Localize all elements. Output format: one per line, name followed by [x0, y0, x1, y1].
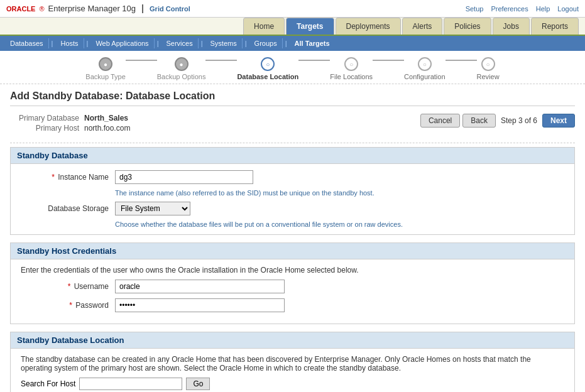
- subnav-web-apps[interactable]: Web Applications: [90, 38, 154, 48]
- primary-host-label: Primary Host: [10, 124, 79, 133]
- em-subtitle: Grid Control: [150, 5, 190, 13]
- subnav-databases[interactable]: Databases: [5, 38, 49, 48]
- em-title: Enterprise Manager 10g: [48, 4, 136, 13]
- top-nav-buttons: Cancel Back Step 3 of 6 Next: [420, 114, 575, 128]
- primary-db-value: North_Sales: [84, 114, 128, 122]
- step-configuration: ○ Configuration: [404, 57, 445, 80]
- username-input[interactable]: [115, 280, 285, 293]
- top-next-button[interactable]: Next: [542, 114, 575, 128]
- tab-reports[interactable]: Reports: [531, 18, 579, 35]
- standby-database-section: Standby Database * Instance Name The ins…: [10, 147, 575, 235]
- oracle-logo: ORACLE: [6, 5, 35, 13]
- top-header: ORACLE ® Enterprise Manager 10g Grid Con…: [0, 0, 585, 18]
- step-circle-configuration: ○: [418, 57, 432, 71]
- step-file-locations: ○ File Locations: [330, 57, 373, 80]
- top-back-button[interactable]: Back: [462, 114, 496, 128]
- subnav-all-targets[interactable]: All Targets: [290, 38, 335, 48]
- standby-host-credentials-section: Standby Host Credentials Enter the crede…: [10, 242, 575, 324]
- step-circle-review: ○: [481, 57, 495, 71]
- instance-name-hint: The instance name (also referred to as t…: [115, 189, 564, 197]
- credentials-header: Standby Host Credentials: [11, 243, 574, 259]
- preferences-link[interactable]: Preferences: [491, 5, 528, 13]
- standby-location-desc: The standby database can be created in a…: [21, 355, 564, 373]
- subnav-groups[interactable]: Groups: [249, 38, 283, 48]
- wizard-steps: ● Backup Type ● Backup Options ○ Databas…: [0, 51, 585, 84]
- main-nav: Home Targets Deployments Alerts Policies…: [0, 18, 585, 36]
- step-label-review: Review: [477, 73, 500, 80]
- tab-jobs[interactable]: Jobs: [493, 18, 530, 35]
- step-circle-file-locations: ○: [344, 57, 358, 71]
- primary-info-row: Primary Database North_Sales Primary Hos…: [10, 111, 575, 135]
- instance-name-required: *: [52, 173, 55, 182]
- tab-alerts[interactable]: Alerts: [402, 18, 443, 35]
- database-storage-hint: Choose whether the database files will b…: [115, 220, 564, 228]
- standby-location-header: Standby Database Location: [11, 332, 574, 349]
- page-content: Add Standby Database: Database Location …: [0, 84, 585, 392]
- database-storage-select[interactable]: File System Raw Devices: [115, 202, 190, 215]
- divider-line: [142, 4, 143, 13]
- primary-db-label: Primary Database: [10, 114, 79, 122]
- subnav-services[interactable]: Services: [161, 38, 198, 48]
- tab-home[interactable]: Home: [243, 18, 285, 35]
- primary-host-value: north.foo.com: [84, 124, 130, 133]
- step-label-configuration: Configuration: [404, 73, 445, 80]
- tab-deployments[interactable]: Deployments: [336, 18, 401, 35]
- tab-policies[interactable]: Policies: [444, 18, 491, 35]
- step-review: ○ Review: [477, 57, 500, 80]
- top-step-indicator: Step 3 of 6: [501, 116, 537, 125]
- primary-db-row: Primary Database North_Sales: [10, 114, 130, 122]
- step-database-location: ○ Database Location: [237, 57, 298, 80]
- step-circle-database-location: ○: [261, 57, 275, 71]
- password-row: * Password: [21, 298, 564, 312]
- step-circle-backup-type: ●: [99, 57, 112, 71]
- step-circle-backup-options: ●: [175, 57, 189, 71]
- password-label: * Password: [21, 301, 109, 310]
- step-label-database-location: Database Location: [237, 73, 298, 80]
- standby-location-section: Standby Database Location The standby da…: [10, 332, 575, 392]
- database-storage-label: Database Storage: [21, 204, 109, 213]
- step-backup-type: ● Backup Type: [85, 57, 125, 80]
- primary-host-row: Primary Host north.foo.com: [10, 124, 130, 133]
- instance-name-row: * Instance Name: [21, 170, 564, 184]
- instance-name-label: * Instance Name: [21, 173, 109, 182]
- subnav-hosts[interactable]: Hosts: [55, 38, 84, 48]
- setup-link[interactable]: Setup: [466, 5, 484, 13]
- database-storage-row: Database Storage File System Raw Devices: [21, 202, 564, 215]
- tab-targets[interactable]: Targets: [286, 18, 334, 35]
- username-label: * Username: [21, 282, 109, 291]
- password-input[interactable]: [115, 298, 285, 312]
- standby-database-header: Standby Database: [11, 148, 574, 164]
- credentials-description: Enter the credentials of the user who ow…: [21, 266, 564, 275]
- search-row: Search For Host Go: [21, 378, 564, 390]
- logo-area: ORACLE ® Enterprise Manager 10g Grid Con…: [6, 4, 190, 13]
- logout-link[interactable]: Logout: [557, 5, 579, 13]
- page-title: Add Standby Database: Database Location: [10, 90, 575, 106]
- subnav-systems[interactable]: Systems: [205, 38, 243, 48]
- standby-location-body: The standby database can be created in a…: [11, 349, 574, 392]
- search-host-input[interactable]: [79, 378, 182, 390]
- top-links: Setup Preferences Help Logout: [466, 5, 579, 13]
- primary-labels: Primary Database North_Sales Primary Hos…: [10, 114, 130, 133]
- instance-name-input[interactable]: [115, 170, 253, 184]
- step-label-backup-type: Backup Type: [85, 73, 125, 80]
- standby-database-body: * Instance Name The instance name (also …: [11, 164, 574, 234]
- credentials-body: Enter the credentials of the user who ow…: [11, 259, 574, 324]
- search-for-host-label: Search For Host: [21, 379, 75, 388]
- help-link[interactable]: Help: [536, 5, 550, 13]
- step-label-file-locations: File Locations: [330, 73, 373, 80]
- top-cancel-button[interactable]: Cancel: [420, 114, 460, 128]
- go-button[interactable]: Go: [186, 378, 210, 390]
- step-backup-options: ● Backup Options: [157, 57, 206, 80]
- step-label-backup-options: Backup Options: [157, 73, 206, 80]
- sub-nav: Databases | Hosts | Web Applications | S…: [0, 36, 585, 51]
- username-row: * Username: [21, 280, 564, 293]
